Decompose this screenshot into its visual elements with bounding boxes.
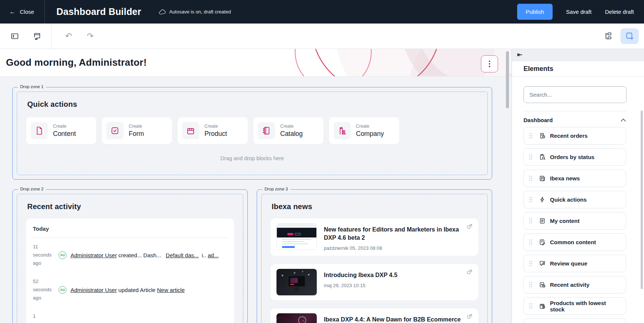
- drag-handle[interactable]: [529, 154, 532, 160]
- drop-zone-1-area: Quick actions CreateContentCreateFormCre…: [17, 91, 488, 175]
- dashboard-section-header[interactable]: Dashboard: [523, 114, 626, 125]
- quick-action-text: CreateProduct: [204, 124, 227, 138]
- drag-handle[interactable]: [529, 218, 532, 224]
- sidebar-top-strip: ⇤: [512, 49, 644, 61]
- news-card[interactable]: Introducing Ibexa DXP 4.5maj 29, 2023 10…: [271, 264, 478, 300]
- drag-handle[interactable]: [529, 261, 532, 266]
- quick-action-kicker: Create: [129, 124, 144, 129]
- quick-actions-title: Quick actions: [27, 100, 478, 109]
- element-item-recent-activity[interactable]: Recent activity: [523, 276, 626, 294]
- sidebar-divider: [523, 111, 626, 111]
- close-button[interactable]: ← Close: [0, 0, 45, 24]
- products-lowest-stock-icon: [539, 302, 546, 310]
- element-item-label: Recent orders: [550, 133, 588, 139]
- drag-handle[interactable]: [529, 239, 532, 245]
- element-item-partial[interactable]: [523, 319, 626, 323]
- page-options-button[interactable]: [481, 55, 498, 72]
- drag-handle-icon: [529, 176, 532, 181]
- external-link-icon: [466, 313, 473, 320]
- activity-link[interactable]: Default das...: [166, 252, 198, 258]
- element-item-review-queue[interactable]: Review queue: [523, 255, 626, 272]
- drag-handle-icon: [529, 282, 532, 288]
- element-item-orders-by-status[interactable]: Orders by status: [523, 148, 626, 166]
- drag-handle[interactable]: [529, 133, 532, 139]
- drag-handle[interactable]: [529, 176, 532, 181]
- quick-action-icon-tile: [31, 122, 48, 139]
- news-thumbnail: [276, 313, 317, 323]
- redo-button[interactable]: ↷: [84, 30, 97, 43]
- element-item-quick-actions[interactable]: Quick actions: [523, 191, 626, 208]
- element-item-label: Ibexa news: [550, 175, 580, 181]
- field-panel-toggle-button[interactable]: [8, 30, 21, 43]
- save-draft-button[interactable]: Save draft: [566, 9, 591, 15]
- activity-link[interactable]: Administrator User: [71, 252, 117, 258]
- main-region: Good morning, Administrator! Drop zone 1…: [0, 49, 644, 323]
- news-body: Ibexa DXP 4.4: A New Dawn for B2B Ecomme…: [324, 313, 461, 323]
- quick-action-card-company[interactable]: CreateCompany: [329, 117, 399, 144]
- elements-panel-title: Elements: [512, 61, 644, 77]
- quick-action-card-product[interactable]: CreateProduct: [178, 117, 248, 144]
- activity-text: updated Article: [117, 287, 157, 293]
- quick-action-text: CreateCompany: [356, 124, 384, 138]
- drop-zone-3-label: Drop zone 3: [262, 187, 290, 191]
- element-item-recent-orders[interactable]: Recent orders: [523, 127, 626, 145]
- structure-view-button[interactable]: [602, 30, 615, 43]
- drag-handle[interactable]: [529, 197, 532, 202]
- undo-icon: ↶: [65, 32, 72, 40]
- news-card[interactable]: New features for Editors and Marketers i…: [271, 218, 478, 256]
- catalog-icon: [262, 126, 271, 136]
- review-queue-icon: [539, 260, 546, 267]
- collapse-sidebar-button[interactable]: ⇤: [517, 52, 522, 58]
- layout-switch-button[interactable]: [31, 30, 43, 43]
- quick-action-icon-tile: [106, 122, 124, 139]
- activity-link[interactable]: Administrator User: [71, 287, 117, 293]
- orders-by-status-icon: [539, 153, 546, 161]
- add-block-button[interactable]: [620, 28, 639, 44]
- news-body: Introducing Ibexa DXP 4.5maj 29, 2023 10…: [324, 269, 397, 295]
- drag-handle[interactable]: [529, 282, 532, 288]
- recent-activity-card: Today 11 seconds agoAUAdministrator User…: [26, 218, 234, 323]
- quick-action-card-catalog[interactable]: CreateCatalog: [253, 117, 323, 144]
- activity-group-label: Today: [33, 226, 228, 232]
- external-link-icon: [466, 223, 473, 230]
- activity-row: 11 seconds agoAUAdministrator User creat…: [32, 238, 228, 273]
- drop-zone-1[interactable]: Drop zone 1 Quick actions CreateContentC…: [12, 87, 492, 180]
- drag-handle[interactable]: [529, 303, 532, 309]
- activity-description: Administrator User updated Article New a…: [71, 286, 185, 294]
- activity-link[interactable]: ad...: [208, 252, 219, 258]
- drop-zone-3-area: Ibexa news New features for Editors and …: [261, 194, 488, 323]
- element-item-common-content[interactable]: Common content: [523, 233, 626, 251]
- elements-search-input[interactable]: [523, 86, 626, 103]
- quick-action-card-content[interactable]: CreateContent: [26, 117, 96, 144]
- close-label: Close: [20, 9, 34, 15]
- publish-button[interactable]: Publish: [517, 4, 553, 20]
- news-item-title: Introducing Ibexa DXP 4.5: [324, 269, 397, 279]
- quick-action-card-form[interactable]: CreateForm: [102, 117, 172, 144]
- open-news-link-button[interactable]: [466, 313, 473, 320]
- text-field-icon: [10, 32, 19, 41]
- dashboard-builder-app: { "topbar": { "close_label": "Close", "t…: [0, 0, 644, 323]
- news-item-date: maj 29, 2023 10:15: [324, 283, 397, 288]
- sidebar-vertical-scrollbar[interactable]: [641, 111, 643, 289]
- drop-zone-2[interactable]: Drop zone 2 Recent activity Today 11 sec…: [12, 189, 248, 323]
- undo-button[interactable]: ↶: [62, 30, 75, 43]
- element-item-products-with-lowest-stock[interactable]: Products with lowest stock: [523, 297, 626, 315]
- open-news-link-button[interactable]: [466, 268, 473, 275]
- drop-hint-text: Drag and drop blocks here: [26, 155, 478, 161]
- element-item-ibexa-news[interactable]: Ibexa news: [523, 170, 626, 187]
- recent-activity-title: Recent activity: [27, 202, 234, 211]
- element-item-label: Quick actions: [550, 196, 587, 203]
- quick-action-kicker: Create: [356, 124, 384, 129]
- drop-zone-3[interactable]: Drop zone 3 Ibexa news New features for …: [257, 189, 492, 323]
- canvas-scroll-area[interactable]: Drop zone 1 Quick actions CreateContentC…: [0, 77, 512, 323]
- news-card[interactable]: Ibexa DXP 4.4: A New Dawn for B2B Ecomme…: [271, 308, 478, 323]
- quick-action-label: Product: [204, 130, 227, 138]
- activity-link[interactable]: New article: [157, 287, 185, 293]
- delete-draft-button[interactable]: Delete draft: [605, 9, 634, 15]
- main-vertical-scrollbar[interactable]: [506, 51, 509, 108]
- open-news-link-button[interactable]: [466, 223, 473, 230]
- element-item-my-content[interactable]: My content: [523, 212, 626, 230]
- user-avatar: AU: [59, 286, 66, 294]
- element-item-label: Common content: [550, 239, 596, 245]
- autosave-status: Autosave is on, draft created: [159, 9, 231, 15]
